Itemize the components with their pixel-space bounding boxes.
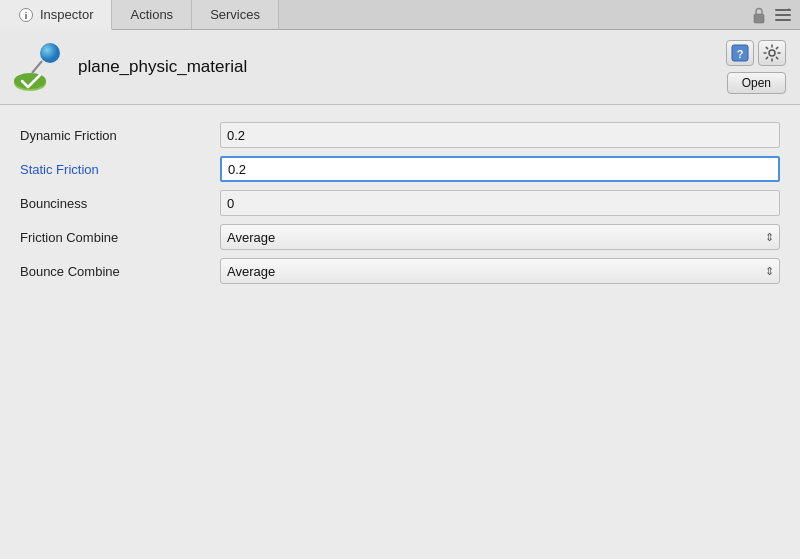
tab-inspector[interactable]: i Inspector	[0, 0, 112, 30]
prop-value-friction-combine: Average Minimum Maximum Multiply	[220, 224, 780, 250]
prop-label-bounciness: Bounciness	[20, 196, 220, 211]
prop-value-bounce-combine: Average Minimum Maximum Multiply	[220, 258, 780, 284]
inspector-tab-icon: i	[18, 7, 34, 23]
open-button[interactable]: Open	[727, 72, 786, 94]
settings-icon-button[interactable]	[758, 40, 786, 66]
prop-row-static-friction: Static Friction	[20, 155, 780, 183]
svg-text:i: i	[25, 11, 28, 21]
prop-row-dynamic-friction: Dynamic Friction	[20, 121, 780, 149]
svg-text:?: ?	[737, 48, 744, 60]
svg-rect-4	[775, 14, 791, 16]
tab-actions-label: Actions	[130, 7, 173, 22]
lock-icon[interactable]	[750, 6, 768, 24]
asset-icon	[14, 41, 66, 93]
prop-row-friction-combine: Friction Combine Average Minimum Maximum…	[20, 223, 780, 251]
prop-row-bounciness: Bounciness	[20, 189, 780, 217]
header-icons: ?	[726, 40, 786, 66]
prop-label-static-friction: Static Friction	[20, 162, 220, 177]
properties-section: Dynamic Friction Static Friction Bouncin…	[0, 105, 800, 559]
tab-services-label: Services	[210, 7, 260, 22]
tab-services[interactable]: Services	[192, 0, 279, 29]
tab-actions[interactable]: Actions	[112, 0, 192, 29]
inspector-window: i Inspector Actions Services	[0, 0, 800, 559]
svg-rect-5	[775, 19, 791, 21]
prop-label-bounce-combine: Bounce Combine	[20, 264, 220, 279]
tab-bar: i Inspector Actions Services	[0, 0, 800, 30]
dynamic-friction-input[interactable]	[220, 122, 780, 148]
tab-inspector-label: Inspector	[40, 7, 93, 22]
asset-name: plane_physic_material	[78, 57, 247, 77]
svg-rect-2	[754, 14, 764, 23]
bounce-combine-wrapper: Average Minimum Maximum Multiply	[220, 258, 780, 284]
prop-value-dynamic-friction	[220, 122, 780, 148]
header-info: plane_physic_material	[78, 57, 714, 77]
svg-point-7	[40, 43, 60, 63]
asset-header: plane_physic_material ? Open	[0, 30, 800, 105]
header-actions: ? Open	[726, 40, 786, 94]
bounce-combine-select[interactable]: Average Minimum Maximum Multiply	[220, 258, 780, 284]
prop-value-bounciness	[220, 190, 780, 216]
friction-combine-wrapper: Average Minimum Maximum Multiply	[220, 224, 780, 250]
prop-label-friction-combine: Friction Combine	[20, 230, 220, 245]
prop-row-bounce-combine: Bounce Combine Average Minimum Maximum M…	[20, 257, 780, 285]
prop-label-dynamic-friction: Dynamic Friction	[20, 128, 220, 143]
friction-combine-select[interactable]: Average Minimum Maximum Multiply	[220, 224, 780, 250]
menu-lines-icon[interactable]	[774, 6, 792, 24]
svg-line-8	[32, 61, 42, 73]
svg-point-13	[769, 50, 775, 56]
help-icon-button[interactable]: ?	[726, 40, 754, 66]
bounciness-input[interactable]	[220, 190, 780, 216]
static-friction-input[interactable]	[220, 156, 780, 182]
prop-value-static-friction	[220, 156, 780, 182]
tab-bar-right	[750, 0, 800, 29]
